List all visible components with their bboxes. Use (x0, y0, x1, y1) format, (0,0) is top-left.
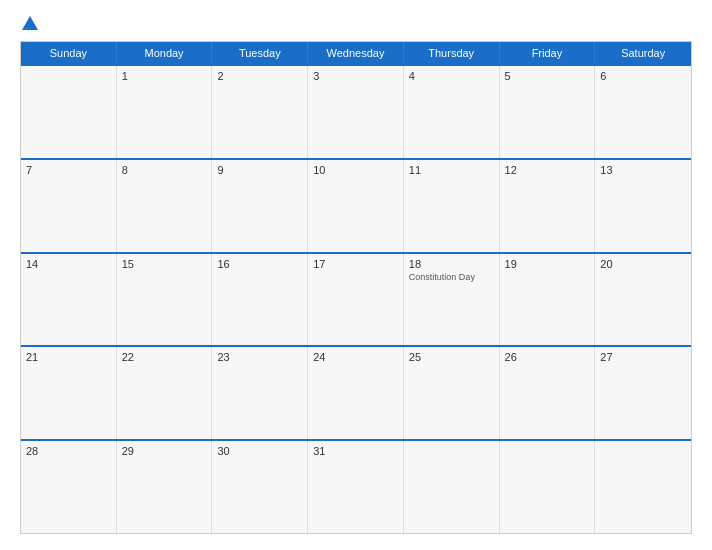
day-number: 6 (600, 70, 686, 82)
day-number: 20 (600, 258, 686, 270)
day-cell: 19 (500, 254, 596, 346)
day-number: 9 (217, 164, 302, 176)
day-number: 19 (505, 258, 590, 270)
week-row-2: 78910111213 (21, 158, 691, 252)
day-number: 7 (26, 164, 111, 176)
day-cell: 15 (117, 254, 213, 346)
day-number: 10 (313, 164, 398, 176)
day-cell: 18Constitution Day (404, 254, 500, 346)
day-header-wednesday: Wednesday (308, 42, 404, 64)
logo-blue-text (20, 16, 38, 31)
day-cell: 1 (117, 66, 213, 158)
day-number: 17 (313, 258, 398, 270)
day-cell: 21 (21, 347, 117, 439)
day-header-thursday: Thursday (404, 42, 500, 64)
day-cell: 26 (500, 347, 596, 439)
day-number: 23 (217, 351, 302, 363)
day-number: 28 (26, 445, 111, 457)
day-number: 13 (600, 164, 686, 176)
day-cell (595, 441, 691, 533)
day-cell: 8 (117, 160, 213, 252)
day-cell: 4 (404, 66, 500, 158)
weeks-container: 123456789101112131415161718Constitution … (21, 64, 691, 533)
day-header-monday: Monday (117, 42, 213, 64)
day-number: 30 (217, 445, 302, 457)
day-cell: 28 (21, 441, 117, 533)
day-cell: 17 (308, 254, 404, 346)
day-number: 3 (313, 70, 398, 82)
day-cell: 2 (212, 66, 308, 158)
day-cell: 7 (21, 160, 117, 252)
calendar-page: SundayMondayTuesdayWednesdayThursdayFrid… (0, 0, 712, 550)
day-cell: 29 (117, 441, 213, 533)
day-number: 25 (409, 351, 494, 363)
day-cell: 5 (500, 66, 596, 158)
day-number: 27 (600, 351, 686, 363)
day-cell: 14 (21, 254, 117, 346)
day-cell: 11 (404, 160, 500, 252)
day-cell: 30 (212, 441, 308, 533)
day-number: 29 (122, 445, 207, 457)
day-cell: 16 (212, 254, 308, 346)
day-cell: 25 (404, 347, 500, 439)
day-cell: 22 (117, 347, 213, 439)
day-number: 24 (313, 351, 398, 363)
day-number: 18 (409, 258, 494, 270)
day-header-tuesday: Tuesday (212, 42, 308, 64)
day-cell: 10 (308, 160, 404, 252)
week-row-5: 28293031 (21, 439, 691, 533)
day-number: 12 (505, 164, 590, 176)
day-cell: 31 (308, 441, 404, 533)
day-cell: 27 (595, 347, 691, 439)
event-label: Constitution Day (409, 272, 494, 283)
week-row-4: 21222324252627 (21, 345, 691, 439)
day-number: 5 (505, 70, 590, 82)
day-header-saturday: Saturday (595, 42, 691, 64)
day-number: 1 (122, 70, 207, 82)
day-cell: 13 (595, 160, 691, 252)
day-number: 15 (122, 258, 207, 270)
day-cell: 24 (308, 347, 404, 439)
day-number: 16 (217, 258, 302, 270)
calendar-grid: SundayMondayTuesdayWednesdayThursdayFrid… (20, 41, 692, 534)
day-cell: 23 (212, 347, 308, 439)
day-number: 21 (26, 351, 111, 363)
week-row-1: 123456 (21, 64, 691, 158)
day-cell: 9 (212, 160, 308, 252)
day-header-friday: Friday (500, 42, 596, 64)
day-header-sunday: Sunday (21, 42, 117, 64)
day-number: 2 (217, 70, 302, 82)
day-number: 11 (409, 164, 494, 176)
logo-triangle-icon (22, 16, 38, 30)
day-cell: 3 (308, 66, 404, 158)
day-number: 26 (505, 351, 590, 363)
day-number: 8 (122, 164, 207, 176)
days-header-row: SundayMondayTuesdayWednesdayThursdayFrid… (21, 42, 691, 64)
logo (20, 16, 38, 31)
day-cell (21, 66, 117, 158)
day-cell: 12 (500, 160, 596, 252)
day-cell: 6 (595, 66, 691, 158)
day-number: 31 (313, 445, 398, 457)
week-row-3: 1415161718Constitution Day1920 (21, 252, 691, 346)
header (20, 16, 692, 31)
day-number: 22 (122, 351, 207, 363)
day-cell (404, 441, 500, 533)
day-cell (500, 441, 596, 533)
day-cell: 20 (595, 254, 691, 346)
day-number: 4 (409, 70, 494, 82)
day-number: 14 (26, 258, 111, 270)
